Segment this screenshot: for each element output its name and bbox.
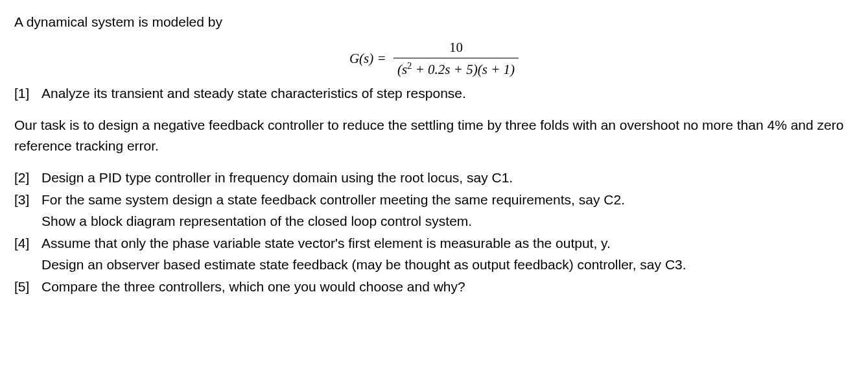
question-4-continuation: Design an observer based estimate state …	[14, 254, 854, 275]
question-3: [3] For the same system design a state f…	[14, 189, 854, 210]
question-1: [1] Analyze its transient and steady sta…	[14, 83, 854, 104]
question-3-text: For the same system design a state feedb…	[41, 189, 854, 210]
equation-lhs: G(s) =	[349, 49, 390, 69]
question-2: [2] Design a PID type controller in freq…	[14, 167, 854, 188]
equation-fraction: 10 (s2 + 0.2s + 5)(s + 1)	[393, 38, 519, 80]
question-1-number: [1]	[14, 83, 41, 104]
question-1-text: Analyze its transient and steady state c…	[41, 83, 854, 104]
question-2-text: Design a PID type controller in frequenc…	[41, 167, 854, 188]
question-4: [4] Assume that only the phase variable …	[14, 233, 854, 254]
intro-text: A dynamical system is modeled by	[14, 12, 854, 32]
question-5-number: [5]	[14, 276, 41, 297]
task-paragraph: Our task is to design a negative feedbac…	[14, 115, 854, 156]
question-5: [5] Compare the three controllers, which…	[14, 276, 854, 297]
equation-denominator: (s2 + 0.2s + 5)(s + 1)	[393, 58, 519, 80]
equation-numerator: 10	[393, 38, 519, 59]
question-4-text: Assume that only the phase variable stat…	[41, 233, 854, 254]
question-2-number: [2]	[14, 167, 41, 188]
question-5-text: Compare the three controllers, which one…	[41, 276, 854, 297]
transfer-function-equation: G(s) = 10 (s2 + 0.2s + 5)(s + 1)	[14, 38, 854, 80]
question-4-number: [4]	[14, 233, 41, 254]
question-3-number: [3]	[14, 189, 41, 210]
question-3-continuation: Show a block diagram representation of t…	[14, 211, 854, 232]
